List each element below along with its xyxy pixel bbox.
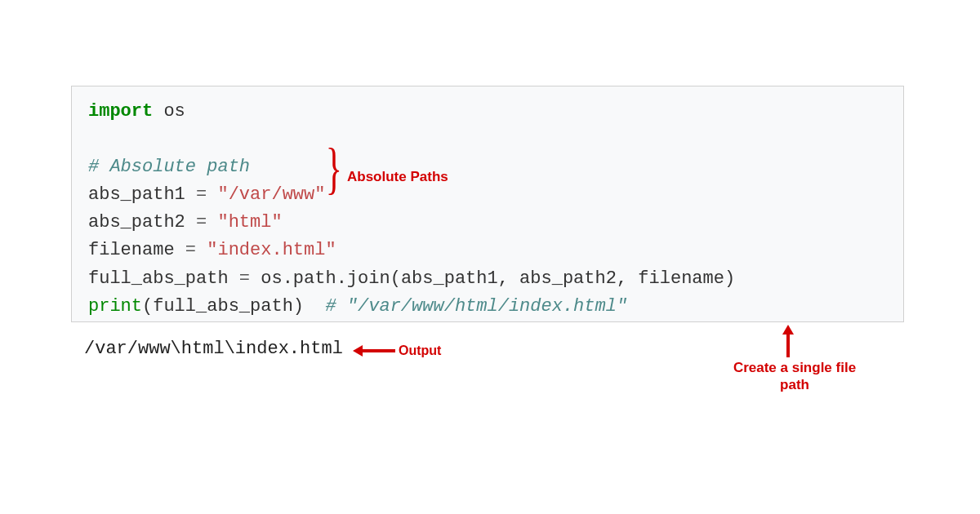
code-block: import os # Absolute path abs_path1 = "/… [71, 86, 904, 322]
code-line-5: abs_path2 = "html" [88, 209, 887, 237]
eq-op: = [196, 212, 207, 233]
code-line-2-blank [88, 126, 887, 153]
code-line-4: abs_path1 = "/var/www" [88, 181, 887, 209]
keyword-import: import [88, 101, 153, 122]
annotation-absolute-paths: Absolute Paths [347, 169, 448, 185]
func-os-path-join: os.path.join(abs_path1, abs_path2, filen… [250, 268, 735, 289]
var-abs-path2: abs_path2 [88, 212, 196, 233]
output-text: /var/www\html\index.html [84, 339, 343, 359]
var-filename: filename [88, 240, 185, 260]
arrow-up-icon [782, 325, 794, 357]
eq-op: = [196, 184, 207, 205]
code-line-7: full_abs_path = os.path.join(abs_path1, … [88, 265, 887, 293]
str-var-www: "/var/www" [207, 184, 325, 205]
arrow-left-icon [353, 345, 395, 357]
code-line-8: print(full_abs_path) # "/var/www/html/in… [88, 293, 887, 321]
module-os: os [153, 101, 185, 122]
annotation-output: Output [399, 343, 441, 358]
code-line-1: import os [88, 98, 887, 126]
code-line-3: # Absolute path [88, 153, 887, 181]
var-full-abs-path: full_abs_path [88, 268, 239, 289]
str-index-html: "index.html" [196, 240, 336, 260]
eq-op: = [239, 268, 250, 289]
eq-op: = [185, 240, 196, 260]
comment-expected: # "/var/www/html/index.html" [325, 296, 627, 317]
annotation-create-path: Create a single file path [725, 359, 864, 394]
comment-absolute-path: # Absolute path [88, 157, 250, 177]
str-html: "html" [207, 212, 282, 233]
curly-brace-icon: } [326, 144, 342, 193]
code-line-6: filename = "index.html" [88, 237, 887, 264]
var-abs-path1: abs_path1 [88, 184, 196, 205]
keyword-print: print [88, 296, 142, 317]
print-args: (full_abs_path) [142, 296, 325, 317]
